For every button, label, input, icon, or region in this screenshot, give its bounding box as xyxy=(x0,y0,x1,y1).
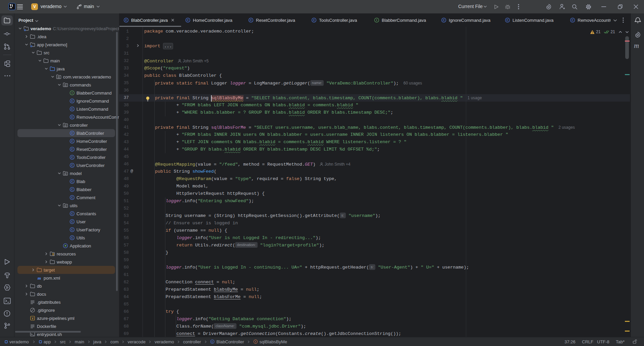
svg-text:C: C xyxy=(71,164,73,167)
svg-text:I: I xyxy=(72,91,72,95)
svg-text:C: C xyxy=(71,228,73,231)
svg-text:C: C xyxy=(250,18,252,22)
svg-text:C: C xyxy=(71,188,73,191)
svg-text:C: C xyxy=(71,107,73,111)
svg-text:C: C xyxy=(71,156,73,159)
svg-text:C: C xyxy=(443,18,445,22)
svg-text:C: C xyxy=(125,18,127,22)
svg-text:C: C xyxy=(71,131,73,135)
svg-text:C: C xyxy=(71,99,73,103)
svg-text:C: C xyxy=(506,18,508,22)
svg-text:f: f xyxy=(255,340,256,343)
svg-text:C: C xyxy=(71,196,73,199)
svg-text:C: C xyxy=(572,18,574,22)
svg-text:m: m xyxy=(38,276,41,281)
svg-text:I: I xyxy=(376,18,377,22)
svg-text:C: C xyxy=(71,139,73,143)
svg-text:C: C xyxy=(313,18,315,22)
svg-text:C: C xyxy=(187,18,189,22)
svg-text:C: C xyxy=(71,236,73,239)
svg-text:C: C xyxy=(212,340,214,343)
svg-text:C: C xyxy=(71,115,73,119)
svg-text:Y: Y xyxy=(32,317,34,320)
svg-text:C: C xyxy=(71,220,73,223)
svg-text:C: C xyxy=(71,148,73,151)
svg-text:C: C xyxy=(71,180,73,183)
svg-text:C: C xyxy=(71,212,73,215)
